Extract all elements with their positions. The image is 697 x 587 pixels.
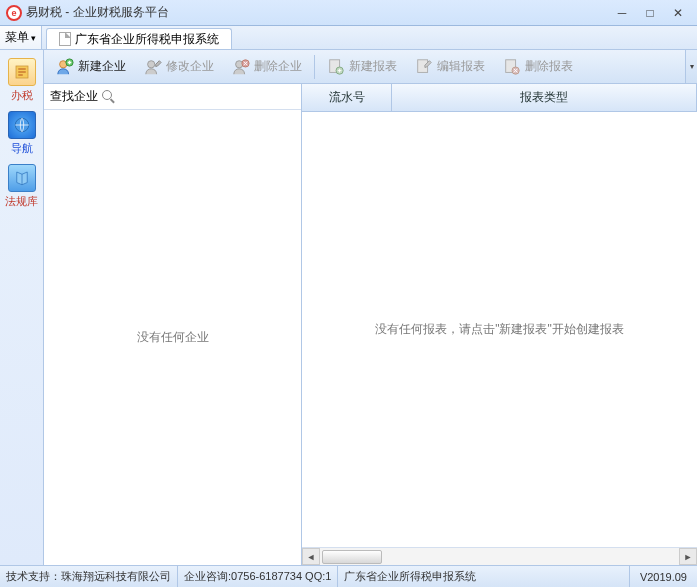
top-bar: 菜单 ▾ 广东省企业所得税申报系统 [0, 26, 697, 50]
menu-label: 菜单 [5, 29, 29, 46]
status-bar: 技术支持：珠海翔远科技有限公司 企业咨询:0756-6187734 QQ:1 广… [0, 565, 697, 587]
column-serial[interactable]: 流水号 [302, 84, 392, 111]
new-report-icon [327, 58, 345, 76]
status-consult: 企业咨询:0756-6187734 QQ:1 [178, 566, 338, 587]
status-version: V2019.09 [630, 571, 697, 583]
sidebar-item-label: 法规库 [5, 194, 38, 209]
horizontal-scrollbar[interactable]: ◄ ► [302, 547, 697, 565]
window-controls: ─ □ ✕ [609, 4, 691, 22]
edit-report-button[interactable]: 编辑报表 [407, 54, 493, 80]
button-label: 新建报表 [349, 58, 397, 75]
app-title: 易财税 - 企业财税服务平台 [26, 4, 169, 21]
enterprise-empty-message: 没有任何企业 [44, 110, 301, 565]
button-label: 修改企业 [166, 58, 214, 75]
scroll-right-button[interactable]: ► [679, 548, 697, 565]
report-pane: 流水号 报表类型 没有任何报表，请点击"新建报表"开始创建报表 ◄ ► [302, 84, 697, 565]
button-label: 删除企业 [254, 58, 302, 75]
sidebar-item-label: 办税 [11, 88, 33, 103]
title-bar: e 易财税 - 企业财税服务平台 ─ □ ✕ [0, 0, 697, 26]
delete-enterprise-icon [232, 58, 250, 76]
maximize-button[interactable]: □ [637, 4, 663, 22]
sidebar-item-tax[interactable]: 办税 [3, 54, 41, 107]
book-icon [8, 164, 36, 192]
menu-button[interactable]: 菜单 ▾ [0, 26, 42, 49]
document-icon [59, 32, 71, 46]
scroll-left-button[interactable]: ◄ [302, 548, 320, 565]
sidebar-item-nav[interactable]: 导航 [3, 107, 41, 160]
delete-report-icon [503, 58, 521, 76]
sidebar-item-label: 导航 [11, 141, 33, 156]
enterprise-list-pane: 查找企业 没有任何企业 [44, 84, 302, 565]
content-area: 新建企业 修改企业 删除企业 新建报表 编辑报表 删除报表 [44, 50, 697, 565]
globe-icon [8, 111, 36, 139]
search-input[interactable] [120, 90, 295, 104]
status-support: 技术支持：珠海翔远科技有限公司 [0, 566, 178, 587]
tab-declaration-system[interactable]: 广东省企业所得税申报系统 [46, 28, 232, 49]
main-area: 办税 导航 法规库 新建企业 修改企业 [0, 50, 697, 565]
new-enterprise-button[interactable]: 新建企业 [48, 54, 134, 80]
edit-report-icon [415, 58, 433, 76]
app-logo-icon: e [6, 5, 22, 21]
report-empty-message: 没有任何报表，请点击"新建报表"开始创建报表 [302, 112, 697, 547]
add-enterprise-icon [56, 58, 74, 76]
delete-report-button[interactable]: 删除报表 [495, 54, 581, 80]
chevron-down-icon: ▾ [31, 33, 36, 43]
status-context: 广东省企业所得税申报系统 [338, 566, 630, 587]
scroll-thumb[interactable] [322, 550, 382, 564]
toolbar-separator [314, 55, 315, 79]
toolbar: 新建企业 修改企业 删除企业 新建报表 编辑报表 删除报表 [44, 50, 697, 84]
delete-enterprise-button[interactable]: 删除企业 [224, 54, 310, 80]
button-label: 删除报表 [525, 58, 573, 75]
grid-header: 流水号 报表类型 [302, 84, 697, 112]
new-report-button[interactable]: 新建报表 [319, 54, 405, 80]
button-label: 编辑报表 [437, 58, 485, 75]
edit-enterprise-icon [144, 58, 162, 76]
svg-point-5 [148, 60, 155, 67]
search-label: 查找企业 [50, 88, 98, 105]
close-button[interactable]: ✕ [665, 4, 691, 22]
sidebar: 办税 导航 法规库 [0, 50, 44, 565]
search-row: 查找企业 [44, 84, 301, 110]
scroll-track[interactable] [320, 550, 679, 564]
edit-enterprise-button[interactable]: 修改企业 [136, 54, 222, 80]
sidebar-item-regulations[interactable]: 法规库 [3, 160, 41, 213]
split-pane: 查找企业 没有任何企业 流水号 报表类型 没有任何报表，请点击"新建报表"开始创… [44, 84, 697, 565]
search-icon [102, 90, 116, 104]
minimize-button[interactable]: ─ [609, 4, 635, 22]
tax-icon [8, 58, 36, 86]
toolbar-overflow-button[interactable]: ▾ [685, 50, 697, 83]
column-report-type[interactable]: 报表类型 [392, 84, 697, 111]
tab-label: 广东省企业所得税申报系统 [75, 31, 219, 48]
button-label: 新建企业 [78, 58, 126, 75]
